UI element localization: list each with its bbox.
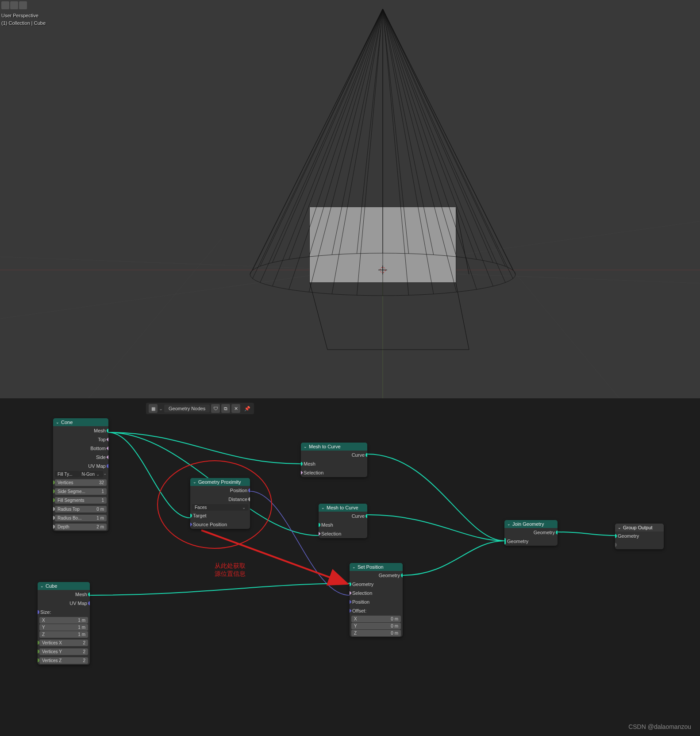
socket-position[interactable] xyxy=(248,489,250,493)
vx-field[interactable]: Vertices X2 xyxy=(39,640,88,646)
rtop-field[interactable]: Radius Top0 m xyxy=(55,506,107,513)
svg-line-4 xyxy=(88,239,221,398)
offset-y-field[interactable]: Y0 m xyxy=(351,623,401,629)
socket-bottom[interactable] xyxy=(106,446,108,451)
depth-field[interactable]: Depth2 m xyxy=(55,524,107,530)
perspective-label: User Perspective xyxy=(1,12,46,19)
node-editor-header: ▦ ⌄ Geometry Nodes 🛡 ⧉ ✕ 📌 xyxy=(146,403,254,414)
socket-geometry[interactable] xyxy=(615,534,617,538)
socket-size[interactable] xyxy=(38,610,39,614)
socket-curve[interactable] xyxy=(365,514,367,518)
socket-mesh[interactable] xyxy=(107,429,108,433)
chevron-down-icon[interactable]: ⌄ xyxy=(321,505,325,510)
socket-selection[interactable] xyxy=(350,590,352,595)
viewport-header: User Perspective (1) Collection | Cube xyxy=(1,1,46,27)
svg-line-46 xyxy=(201,530,346,583)
socket-position[interactable] xyxy=(350,599,352,604)
annotation-text: 从此处获取源位置信息 xyxy=(215,562,246,578)
socket-distance[interactable] xyxy=(248,497,250,501)
chevron-down-icon[interactable]: ⌄ xyxy=(56,420,59,424)
editor-type-icon[interactable]: ▦ xyxy=(149,404,158,413)
viewport-scene xyxy=(0,0,700,398)
socket-offset[interactable] xyxy=(350,608,352,613)
offset-x-field[interactable]: X0 m xyxy=(351,616,401,622)
vz-field[interactable]: Vertices Z2 xyxy=(39,657,88,664)
node-editor[interactable]: 从此处获取源位置信息 ⌄Cone Mesh Top Bottom Side UV… xyxy=(0,398,700,735)
node-mesh-to-curve-1[interactable]: ⌄Mesh to Curve Curve Mesh Selection xyxy=(301,443,367,477)
watermark: CSDN @dalaomanzou xyxy=(628,723,691,730)
socket-source-pos[interactable] xyxy=(190,522,192,527)
socket-geometry[interactable] xyxy=(556,531,558,535)
mode-icon[interactable] xyxy=(19,1,27,9)
chevron-down-icon[interactable]: ⌄ xyxy=(507,522,511,526)
chevron-down-icon[interactable]: ⌄ xyxy=(304,444,307,449)
svg-line-8 xyxy=(456,207,469,274)
chevron-down-icon[interactable]: ⌄ xyxy=(40,584,44,588)
fill-type-dropdown[interactable]: Fill Ty...N-Gon xyxy=(55,471,107,478)
shield-icon[interactable]: 🛡 xyxy=(211,404,220,413)
viewport-3d[interactable]: User Perspective (1) Collection | Cube xyxy=(0,0,700,398)
svg-line-5 xyxy=(487,239,619,398)
chevron-down-icon[interactable]: ⌄ xyxy=(618,525,621,530)
socket-side[interactable] xyxy=(106,455,108,459)
socket-empty[interactable] xyxy=(615,543,617,547)
size-y-field[interactable]: Y1 m xyxy=(39,624,88,631)
copy-icon[interactable]: ⧉ xyxy=(221,404,230,413)
socket-geometry[interactable] xyxy=(401,574,403,578)
chevron-down-icon[interactable]: ⌄ xyxy=(352,565,356,569)
socket-selection[interactable] xyxy=(301,470,303,475)
size-z-field[interactable]: Z1 m xyxy=(39,631,88,638)
breadcrumb: (1) Collection | Cube xyxy=(1,19,46,27)
vy-field[interactable]: Vertices Y2 xyxy=(39,648,88,655)
size-x-field[interactable]: X1 m xyxy=(39,617,88,624)
node-join-geometry[interactable]: ⌄Join Geometry Geometry Geometry xyxy=(504,520,558,546)
mode-icon[interactable] xyxy=(10,1,18,9)
socket-mesh[interactable] xyxy=(88,593,90,597)
socket-selection[interactable] xyxy=(319,531,321,536)
vertices-field[interactable]: Vertices32 xyxy=(55,479,107,486)
fill-seg-field[interactable]: Fill Segments1 xyxy=(55,497,107,504)
socket-mesh[interactable] xyxy=(319,523,320,527)
socket-curve[interactable] xyxy=(365,453,367,457)
nodetree-name[interactable]: Geometry Nodes xyxy=(164,405,210,412)
socket-geometry[interactable] xyxy=(504,538,506,544)
socket-target[interactable] xyxy=(190,514,192,518)
offset-z-field[interactable]: Z0 m xyxy=(351,630,401,636)
node-set-position[interactable]: ⌄Set Position Geometry Geometry Selectio… xyxy=(350,563,403,637)
close-icon[interactable]: ✕ xyxy=(231,404,240,413)
socket-geometry[interactable] xyxy=(350,582,351,586)
mode-icon[interactable] xyxy=(1,1,9,9)
socket-mesh[interactable] xyxy=(301,462,303,466)
socket-uvmap[interactable] xyxy=(88,601,90,605)
rbot-field[interactable]: Radius Bo...1 m xyxy=(55,515,107,521)
side-seg-field[interactable]: Side Segme...1 xyxy=(55,488,107,495)
socket-uvmap[interactable] xyxy=(107,464,108,468)
node-mesh-to-curve-2[interactable]: ⌄Mesh to Curve Curve Mesh Selection xyxy=(319,504,367,538)
node-cone[interactable]: ⌄Cone Mesh Top Bottom Side UV Map Fill T… xyxy=(53,418,108,531)
socket-top[interactable] xyxy=(106,437,108,442)
node-geometry-proximity[interactable]: ⌄Geometry Proximity Position Distance Fa… xyxy=(190,478,250,529)
node-group-output[interactable]: ⌄Group Output Geometry xyxy=(615,524,664,549)
pin-icon[interactable]: 📌 xyxy=(243,405,251,412)
prox-mode-dropdown[interactable]: Faces xyxy=(192,504,248,511)
chevron-down-icon[interactable]: ⌄ xyxy=(193,480,196,484)
node-cube[interactable]: ⌄Cube Mesh UV Map Size: X1 m Y1 m Z1 m V… xyxy=(38,582,90,665)
